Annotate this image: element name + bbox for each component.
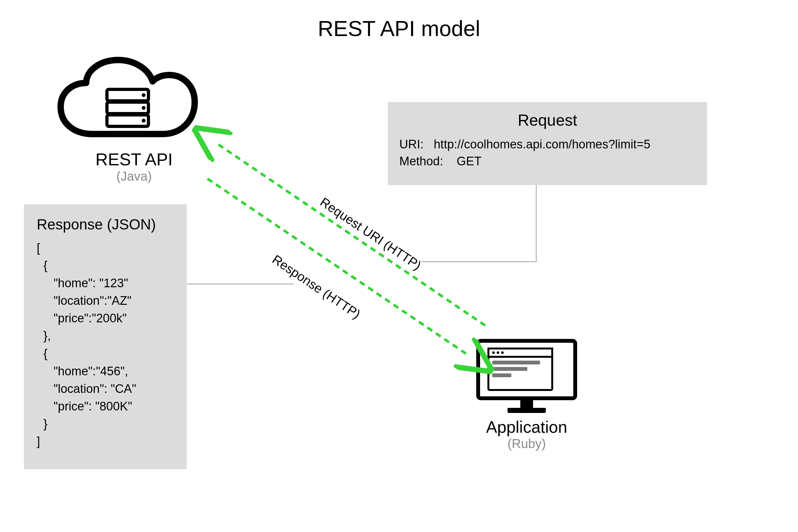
arrows [0, 0, 798, 532]
request-arrow [217, 144, 485, 325]
